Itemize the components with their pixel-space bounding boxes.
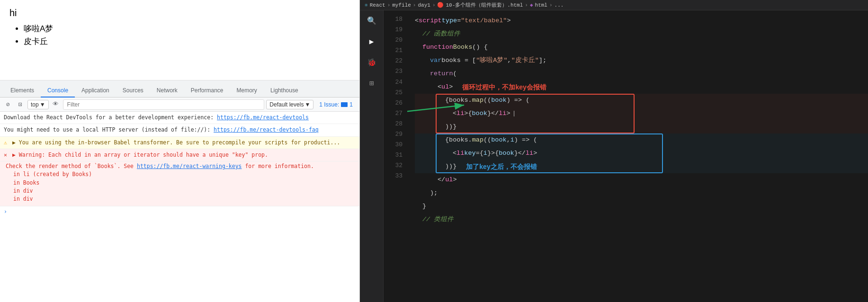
preview-title: hi — [9, 8, 350, 18]
chevron-down-icon-2: ▼ — [304, 101, 310, 108]
breadcrumb-html: html — [535, 2, 547, 8]
warning-keys-link[interactable]: https://fb.me/react-warning-keys — [137, 163, 242, 169]
code-text: }</ — [487, 107, 499, 120]
code-param-i: i — [510, 133, 514, 147]
preview-list-item-2: 皮卡丘 — [24, 36, 350, 47]
editor-area: 🔍 ▶ 🐞 ⊞ 18 19 20 21 22 23 24 25 26 27 28… — [360, 10, 868, 302]
tab-console[interactable]: Console — [41, 84, 75, 98]
code-line-28: < li key ={ i }>{ book }</ li > — [415, 147, 868, 160]
code-line-31: ); — [415, 187, 868, 200]
chevron-down-icon: ▼ — [40, 101, 45, 108]
code-text: ={ — [476, 147, 483, 160]
issues-counter[interactable]: 1 Issue: 1 — [315, 100, 357, 109]
code-comment: // 函数组件 — [422, 27, 460, 41]
code-text: script — [419, 14, 442, 27]
code-line-24: {books. map (( book ) => ( — [415, 94, 868, 107]
code-text: , — [508, 54, 511, 67]
code-text: , — [507, 133, 510, 147]
code-text: } — [422, 200, 426, 213]
tab-memory[interactable]: Memory — [230, 84, 264, 98]
code-line-18: <script type="text/babel"> — [415, 14, 868, 27]
editor-sidebar: 🔍 ▶ 🐞 ⊞ — [360, 10, 384, 302]
devtools-link-1[interactable]: https://fb.me/react-devtools — [217, 114, 309, 121]
tab-sources[interactable]: Sources — [116, 84, 150, 98]
log-levels-dropdown[interactable]: Default levels ▼ — [266, 100, 313, 109]
breadcrumb-myfile: myfile — [392, 2, 411, 8]
console-messages-area: Download the React DevTools for a better… — [0, 112, 359, 302]
code-text: < — [415, 14, 419, 27]
live-expressions-button[interactable]: 👁 — [51, 99, 61, 110]
breadcrumb-filename: 10-多个组件（组件嵌套）.html — [446, 1, 523, 9]
code-line-33: // 类组件 — [415, 213, 868, 226]
code-text: ) => ( — [514, 133, 537, 147]
issue-icon — [341, 102, 348, 107]
console-message-1: Download the React DevTools for a better… — [0, 112, 359, 124]
grid-icon[interactable]: ⊞ — [365, 77, 378, 90]
tab-elements[interactable]: Elements — [4, 84, 41, 98]
code-line-23: < ul > 循环过程中，不加key会报错 — [415, 80, 868, 94]
clear-console-button[interactable]: ⊘ — [3, 99, 13, 110]
code-method-map-2: map — [472, 133, 483, 147]
error-trace-block: Check the render method of `Books`. See … — [0, 161, 359, 206]
line-num-20: 20 — [384, 35, 403, 45]
code-text: > — [453, 173, 456, 187]
code-content[interactable]: <script type="text/babel"> // 函数组件 funct… — [407, 10, 868, 230]
devtools-link-2[interactable]: https://fb.me/react-devtools-faq — [214, 126, 319, 133]
trace-line-2: in li (created by Books) — [4, 170, 356, 178]
code-text: < — [453, 147, 456, 160]
tab-lighthouse[interactable]: Lighthouse — [264, 84, 305, 98]
console-message-warning: ⚠ ▶ You are using the in-browser Babel t… — [0, 137, 359, 149]
code-text: ))} — [445, 120, 456, 133]
code-tag-li-2: li — [456, 147, 464, 160]
code-text: < — [438, 80, 441, 94]
devtools-tabs-bar: Elements Console Application Sources Net… — [0, 80, 359, 98]
code-book-2: book — [499, 147, 514, 160]
code-text: > — [506, 107, 510, 120]
code-text: (( — [483, 94, 491, 107]
code-text: ); — [430, 187, 438, 200]
prompt-chevron: › — [4, 208, 7, 215]
bug-icon[interactable]: 🐞 — [365, 56, 378, 69]
preview-list: 哆啦A梦 皮卡丘 — [9, 23, 350, 47]
console-message-error: ✕ ▶ Warning: Each child in an array or i… — [0, 149, 359, 161]
code-line-30: </ ul > — [415, 173, 868, 187]
search-icon[interactable]: 🔍 — [365, 14, 378, 27]
tab-network[interactable]: Network — [150, 84, 184, 98]
code-text: = — [457, 14, 461, 27]
issue-label: 1 Issue: — [319, 101, 339, 108]
line-num-32: 32 — [384, 160, 403, 171]
code-line-25: < li >{ book }</ li > | — [415, 107, 868, 120]
run-icon[interactable]: ▶ — [365, 35, 378, 48]
trace-line-3: in Books — [4, 179, 356, 187]
preview-area: hi 哆啦A梦 皮卡丘 — [0, 0, 359, 80]
tab-application[interactable]: Application — [75, 84, 116, 98]
sep-4: › — [525, 2, 528, 8]
issue-count: 1 — [349, 101, 353, 108]
code-var-book: book — [472, 107, 487, 120]
code-line-21: var books = [ "哆啦A梦" , "皮卡丘" ]; — [415, 54, 868, 67]
sep-3: › — [432, 2, 436, 8]
code-text: "text/babel" — [461, 14, 507, 27]
line-num-31: 31 — [384, 150, 403, 160]
console-message-2: You might need to use a local HTTP serve… — [0, 124, 359, 136]
error-icon-1: ✕ — [4, 151, 7, 158]
tab-performance[interactable]: Performance — [184, 84, 230, 98]
line-num-22: 22 — [384, 56, 403, 66]
msg-text-2: You might need to use a local HTTP serve… — [4, 126, 214, 133]
line-num-29: 29 — [384, 129, 403, 140]
code-keyword-function: function — [422, 41, 453, 54]
code-comment-2: // 类组件 — [422, 213, 454, 226]
console-settings-button[interactable]: ⊡ — [15, 99, 26, 110]
code-key-val: i — [483, 147, 487, 160]
code-tag-ul: ul — [441, 80, 449, 94]
code-attr-key: key — [464, 147, 475, 160]
context-dropdown[interactable]: top ▼ — [27, 100, 49, 109]
code-text: < — [453, 107, 456, 120]
console-filter-input[interactable] — [63, 99, 265, 110]
code-string-1: "哆啦A梦" — [476, 54, 507, 67]
code-text: </ — [438, 173, 445, 187]
breadcrumb-more: ... — [555, 2, 564, 8]
line-num-21: 21 — [384, 45, 403, 56]
code-tag-ul-close: ul — [445, 173, 453, 187]
line-num-19: 19 — [384, 25, 403, 35]
